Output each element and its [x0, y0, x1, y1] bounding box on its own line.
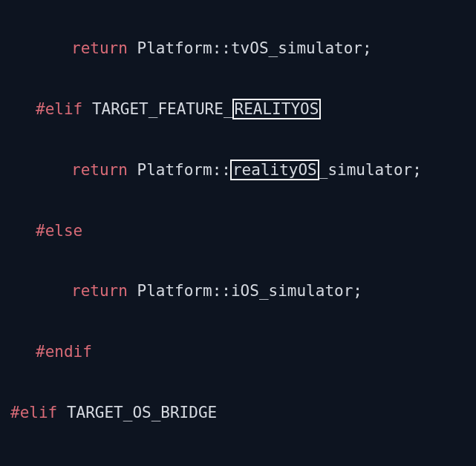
code-line: return Platform::realityOS_simulator;: [0, 155, 476, 186]
preprocessor-endif: #endif: [36, 343, 92, 361]
code-line: #endif: [0, 337, 476, 367]
highlight-realityos: REALITYOS: [232, 99, 322, 119]
preprocessor-elif: #elif: [36, 100, 82, 118]
keyword-return: return: [71, 39, 128, 57]
code-line: return Platform::iOS_simulator;: [0, 276, 476, 306]
code-line: return Platform::tvOS_simulator;: [0, 33, 476, 64]
keyword-return: return: [71, 282, 128, 300]
highlight-realityos: realityOS: [230, 160, 319, 180]
code-line: #elif TARGET_FEATURE_REALITYOS: [0, 94, 476, 125]
code-line: return Platform::bridgeOS;: [0, 459, 476, 466]
preprocessor-elif: #elif: [10, 404, 57, 421]
keyword-return: return: [71, 161, 128, 179]
code-line: #elif TARGET_OS_BRIDGE: [0, 398, 476, 428]
preprocessor-else: #else: [36, 222, 82, 240]
code-line: #else: [0, 216, 476, 246]
code-block: return Platform::tvOS_simulator; #elif T…: [0, 3, 476, 466]
